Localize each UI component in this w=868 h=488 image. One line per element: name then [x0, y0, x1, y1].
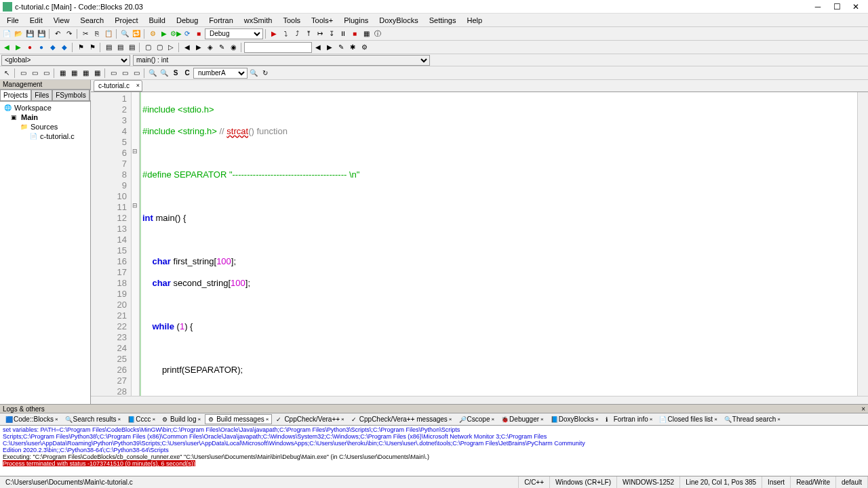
redo-icon[interactable]: ↷	[64, 28, 75, 39]
tab-cccc[interactable]: 📘Cccc×	[125, 415, 158, 424]
debugwin-icon[interactable]: ▦	[361, 28, 372, 39]
code-content[interactable]: #include <stdio.h> #include <string.h> /…	[140, 92, 857, 396]
tab-close-icon[interactable]: ×	[136, 82, 140, 89]
menu-doxy[interactable]: DoxyBlocks	[374, 15, 423, 26]
menu-file[interactable]: File	[1, 15, 24, 26]
cmt-icon[interactable]: ▢	[142, 42, 153, 53]
btn2-icon[interactable]: ▭	[29, 68, 40, 79]
menu-debug[interactable]: Debug	[171, 15, 203, 26]
cursor-icon[interactable]: ↧	[326, 28, 337, 39]
vertical-scrollbar[interactable]	[857, 92, 868, 396]
clr-icon[interactable]: ✱	[347, 42, 358, 53]
uncmt-icon[interactable]: ▢	[154, 42, 165, 53]
find-icon[interactable]: 🔍	[119, 28, 130, 39]
zoomin-icon[interactable]: 🔍	[147, 68, 158, 79]
log-content[interactable]: set variables: PATH=C:\Program Files\Cod…	[0, 426, 868, 466]
step-over-icon[interactable]: ⤴	[292, 28, 302, 39]
tab-buildmsg[interactable]: ⚙Build messages×	[205, 414, 272, 424]
hl2-icon[interactable]: ◉	[228, 42, 239, 53]
doc3-icon[interactable]: ▤	[126, 42, 137, 53]
bp3-icon[interactable]: ◆	[47, 42, 58, 53]
select-icon[interactable]: ↖	[1, 68, 12, 79]
code-editor[interactable]: 1234567891011121314151617181920212223242…	[91, 92, 868, 396]
grp2-icon[interactable]: ▦	[68, 68, 79, 79]
break-icon[interactable]: ⏸	[338, 28, 349, 39]
tab-cppcheckmsg[interactable]: ✓CppCheck/Vera++ messages×	[349, 415, 455, 424]
next2-icon[interactable]: ▶	[193, 42, 204, 53]
tab-doxy[interactable]: 📘DoxyBlocks×	[548, 415, 601, 424]
copy-icon[interactable]: ⎘	[92, 28, 102, 39]
btn3-icon[interactable]: ▭	[41, 68, 52, 79]
replace-icon[interactable]: 🔁	[131, 28, 142, 39]
info-icon[interactable]: ⓘ	[372, 28, 383, 39]
tree-workspace[interactable]: 🌐Workspace	[1, 103, 89, 113]
menu-plugins[interactable]: Plugins	[338, 15, 374, 26]
c-btn[interactable]: C	[182, 68, 193, 79]
maximize-button[interactable]: ☐	[827, 1, 846, 12]
paste-icon[interactable]: 📋	[103, 28, 114, 39]
saveall-icon[interactable]: 💾	[36, 28, 47, 39]
abort-icon[interactable]: ■	[193, 28, 204, 39]
tree-sourcefile[interactable]: 📄c-tutorial.c	[1, 131, 89, 141]
target-combo[interactable]: Debug	[205, 28, 263, 39]
tab-cscope[interactable]: 🔎Cscope×	[456, 415, 498, 424]
search-input[interactable]	[244, 42, 312, 53]
fold-icon[interactable]: ⊟	[132, 148, 138, 155]
grp4-icon[interactable]: ▦	[92, 68, 102, 79]
goto-icon[interactable]: 🔍	[248, 68, 259, 79]
file-tab[interactable]: c-tutorial.c×	[94, 80, 142, 92]
tree-sources[interactable]: 📁Sources	[1, 122, 89, 131]
wid2-icon[interactable]: ▭	[119, 68, 130, 79]
scope-combo[interactable]: <global>	[1, 55, 130, 66]
cut-icon[interactable]: ✂	[80, 28, 91, 39]
tab-fortran[interactable]: ℹFortran info×	[603, 415, 656, 424]
buildrun-icon[interactable]: ⚙▶	[170, 28, 181, 39]
fold-icon[interactable]: ⊟	[132, 202, 138, 209]
menu-fortran[interactable]: Fortran	[203, 15, 238, 26]
tab-closedfiles[interactable]: 📄Closed files list×	[656, 415, 719, 424]
bp-icon[interactable]: ●	[24, 42, 35, 53]
menu-settings[interactable]: Settings	[424, 15, 462, 26]
grp3-icon[interactable]: ▦	[80, 68, 91, 79]
tab-fsymbols[interactable]: FSymbols	[52, 89, 89, 101]
run2-icon[interactable]: ▷	[165, 42, 176, 53]
refresh-icon[interactable]: ↻	[260, 68, 271, 79]
logs-close-icon[interactable]: ×	[861, 405, 865, 413]
tab-searchresults[interactable]: 🔍Search results×	[62, 415, 124, 424]
step-icon[interactable]: ⤵	[280, 28, 291, 39]
tab-codeblocks[interactable]: 🟦Code::Blocks×	[3, 415, 61, 424]
grp1-icon[interactable]: ▦	[57, 68, 68, 79]
debug-stop-icon[interactable]: ■	[349, 28, 360, 39]
new-icon[interactable]: 📄	[1, 28, 12, 39]
run-icon[interactable]: ▶	[159, 28, 170, 39]
doc1-icon[interactable]: ▤	[103, 42, 114, 53]
fold-column[interactable]: ⊟ ⊟	[132, 92, 140, 396]
next-icon[interactable]: ↦	[315, 28, 326, 39]
hl-icon[interactable]: ✎	[216, 42, 227, 53]
menu-toolsplus[interactable]: Tools+	[306, 15, 338, 26]
function-combo[interactable]: main() : int	[133, 55, 430, 66]
hl3-icon[interactable]: ✎	[336, 42, 347, 53]
menu-help[interactable]: Help	[461, 15, 488, 26]
step-out-icon[interactable]: ⤒	[303, 28, 314, 39]
tab-files[interactable]: Files	[31, 89, 52, 101]
menu-project[interactable]: Project	[109, 15, 143, 26]
flag1-icon[interactable]: ⚑	[75, 42, 86, 53]
menu-tools[interactable]: Tools	[277, 15, 306, 26]
fwd-icon[interactable]: ▶	[13, 42, 24, 53]
back-icon[interactable]: ◀	[1, 42, 12, 53]
wid1-icon[interactable]: ▭	[108, 68, 119, 79]
zoomout-icon[interactable]: 🔍	[159, 68, 170, 79]
prev-icon[interactable]: ◀	[182, 42, 193, 53]
menu-edit[interactable]: Edit	[24, 15, 48, 26]
tab-debugger[interactable]: 🐞Debugger×	[498, 415, 547, 424]
opt-icon[interactable]: ⚙	[359, 42, 370, 53]
menu-wxsmith[interactable]: wxSmith	[239, 15, 278, 26]
build-icon[interactable]: ⚙	[147, 28, 158, 39]
save-icon[interactable]: 💾	[24, 28, 35, 39]
menu-view[interactable]: View	[48, 15, 75, 26]
flag2-icon[interactable]: ⚑	[87, 42, 98, 53]
tab-projects[interactable]: Projects	[0, 89, 31, 101]
search-prev-icon[interactable]: ◀	[313, 42, 323, 53]
open-icon[interactable]: 📂	[13, 28, 24, 39]
